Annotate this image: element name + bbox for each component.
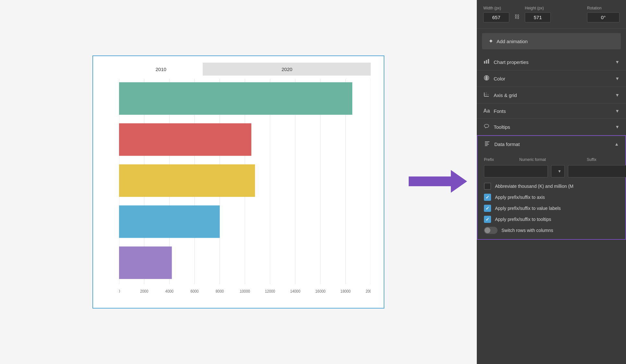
switch-rows-row: Switch rows with columns	[484, 227, 619, 234]
apply-tooltips-checkmark: ✓	[486, 217, 489, 222]
apply-tooltips-row: ✓ Apply prefix/suffix to tooltips	[484, 216, 619, 223]
dimensions-row: Width (px) ⛓ Height (px) Rotation	[477, 0, 626, 29]
svg-marker-22	[409, 170, 467, 193]
svg-text:4000: 4000	[165, 289, 174, 294]
format-controls-row: 1000.00 1,000 1,000.00 1000 1.0K ▼	[484, 165, 619, 177]
axis-grid-chevron: ▼	[615, 92, 620, 98]
fonts-label: Fonts	[494, 108, 506, 114]
svg-rect-32	[485, 141, 489, 142]
axis-grid-label: Axis & grid	[494, 92, 517, 98]
svg-rect-25	[488, 59, 489, 64]
rotation-label: Rotation	[587, 6, 620, 10]
abbreviate-row: Abbreviate thousand (K) and million (M	[484, 183, 619, 190]
apply-tooltips-label: Apply prefix/suffix to tooltips	[495, 217, 551, 222]
svg-text:10000: 10000	[240, 289, 250, 294]
height-label: Height (px)	[525, 6, 551, 10]
chart-header-2020: 2020	[203, 63, 371, 76]
chart-properties-label: Chart properties	[494, 59, 529, 65]
toggle-knob	[485, 227, 490, 233]
svg-text:8000: 8000	[216, 289, 224, 294]
svg-rect-24	[486, 60, 487, 64]
apply-value-labels-checkmark: ✓	[486, 206, 489, 211]
switch-rows-label: Switch rows with columns	[501, 228, 553, 233]
chart-container: 2010 2020	[92, 55, 384, 309]
svg-text:20000: 20000	[366, 289, 371, 294]
section-chart-properties[interactable]: Chart properties ▼	[477, 54, 626, 70]
chart-area: 2010 2020	[0, 0, 477, 364]
apply-value-labels-label: Apply prefix/suffix to value labels	[495, 206, 561, 211]
section-fonts[interactable]: Aa Fonts ▼	[477, 103, 626, 119]
data-format-icon	[484, 140, 490, 148]
abbreviate-checkbox[interactable]	[484, 183, 491, 190]
svg-rect-34	[485, 144, 489, 145]
add-animation-button[interactable]: ✦ Add animation	[482, 33, 621, 49]
svg-point-31	[484, 124, 489, 127]
svg-text:16000: 16000	[315, 289, 326, 294]
apply-axis-label: Apply prefix/suffix to axis	[495, 195, 545, 200]
tooltips-icon	[483, 123, 490, 130]
numeric-format-wrapper: 1000.00 1,000 1,000.00 1000 1.0K ▼	[551, 165, 565, 177]
color-label: Color	[494, 76, 505, 81]
svg-text:2000: 2000	[140, 289, 149, 294]
color-icon	[483, 75, 490, 82]
data-format-header[interactable]: Data format ▲	[477, 136, 625, 152]
width-label: Width (px)	[483, 6, 509, 10]
prefix-input[interactable]	[484, 165, 548, 177]
fonts-icon: Aa	[483, 108, 490, 114]
width-group: Width (px)	[483, 6, 509, 22]
rotation-group: Rotation	[587, 6, 620, 22]
bar-comics	[119, 123, 251, 156]
svg-text:18000: 18000	[341, 289, 351, 294]
apply-axis-checkmark: ✓	[486, 195, 489, 200]
data-format-chevron: ▲	[614, 141, 619, 147]
svg-rect-23	[484, 61, 485, 64]
data-format-label: Data format	[494, 141, 520, 147]
svg-text:6000: 6000	[190, 289, 199, 294]
apply-axis-row: ✓ Apply prefix/suffix to axis	[484, 194, 619, 201]
svg-rect-33	[485, 143, 488, 143]
svg-text:14000: 14000	[290, 289, 300, 294]
abbreviate-label: Abbreviate thousand (K) and million (M	[495, 184, 573, 189]
height-input[interactable]	[525, 12, 551, 22]
format-cols-header: Prefix Numeric format Suffix	[484, 157, 619, 162]
chart-properties-icon	[483, 58, 490, 66]
suffix-input[interactable]	[568, 165, 626, 177]
rotation-input[interactable]	[587, 12, 620, 22]
bar-romance	[119, 82, 352, 115]
width-input[interactable]	[483, 12, 509, 22]
add-animation-label: Add animation	[497, 39, 528, 44]
suffix-col-label: Suffix	[587, 157, 619, 162]
bar-history	[119, 205, 220, 238]
svg-text:0: 0	[119, 289, 120, 294]
data-format-body: Prefix Numeric format Suffix 1000.00 1,0…	[477, 152, 625, 239]
data-format-section: Data format ▲ Prefix Numeric format Suff…	[477, 135, 626, 240]
color-chevron: ▼	[615, 76, 620, 81]
height-group: Height (px)	[525, 6, 551, 22]
axis-grid-icon	[483, 91, 490, 99]
section-axis-grid[interactable]: Axis & grid ▼	[477, 87, 626, 103]
svg-rect-35	[485, 145, 488, 146]
link-icon: ⛓	[514, 14, 520, 20]
animation-icon: ✦	[488, 38, 493, 45]
chart-header-2010: 2010	[119, 63, 203, 76]
bar-mystery	[119, 164, 255, 197]
svg-text:12000: 12000	[265, 289, 275, 294]
purple-arrow	[409, 168, 467, 194]
apply-axis-checkbox[interactable]: ✓	[484, 194, 491, 201]
chart-header: 2010 2020	[119, 63, 371, 76]
bar-chart-svg: Romance Comics Mystery History Travel 0 …	[119, 79, 371, 305]
section-color[interactable]: Color ▼	[477, 70, 626, 87]
apply-tooltips-checkbox[interactable]: ✓	[484, 216, 491, 223]
fonts-chevron: ▼	[615, 108, 620, 114]
apply-value-labels-checkbox[interactable]: ✓	[484, 205, 491, 212]
bar-travel	[119, 247, 172, 279]
tooltips-label: Tooltips	[494, 124, 510, 130]
section-tooltips[interactable]: Tooltips ▼	[477, 119, 626, 135]
switch-rows-toggle[interactable]	[484, 227, 498, 234]
prefix-col-label: Prefix	[484, 157, 516, 162]
apply-value-labels-row: ✓ Apply prefix/suffix to value labels	[484, 205, 619, 212]
numeric-col-label: Numeric format	[519, 157, 584, 162]
right-panel: Width (px) ⛓ Height (px) Rotation ✦ Add …	[477, 0, 626, 364]
chart-properties-chevron: ▼	[615, 59, 620, 65]
numeric-format-select[interactable]: 1000.00 1,000 1,000.00 1000 1.0K	[551, 165, 565, 177]
